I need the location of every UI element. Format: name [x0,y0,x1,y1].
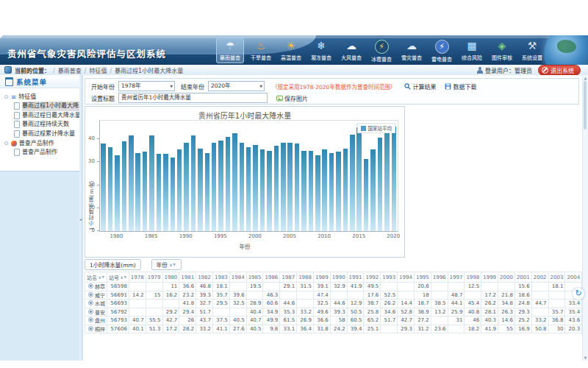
year-header[interactable]: 1997 [448,272,465,283]
value-cell: 18.7 [414,300,431,308]
year-header[interactable]: 1992 [364,272,381,283]
expander-icon[interactable]: ⊙ [4,92,9,102]
station-id-cell: 56691 [107,291,129,300]
sidebar-item[interactable]: 暴雨过程日最大降水量 [14,111,79,121]
splitter-collapse-icon[interactable]: ◂ [79,216,82,222]
station-radio-icon[interactable] [88,283,93,289]
scroll-up-icon[interactable]: ▲ [583,76,588,80]
breadcrumb-separator: / [85,68,87,74]
nav-item-rainstorm[interactable]: ☂暴雨普查 [216,38,244,63]
year-header[interactable]: 1988 [297,272,314,283]
year-header[interactable]: 2003 [548,272,565,283]
sidebar-item[interactable]: 暴雨过程累计降水量 [14,130,79,139]
breadcrumb-part[interactable]: 特征值 [89,68,107,74]
nav-item-map-review[interactable]: ◈图件审核 [489,38,515,63]
year-header[interactable]: 1990 [330,272,347,283]
year-header[interactable]: 1996 [431,272,448,283]
end-year-select[interactable]: 2020年 [208,81,265,91]
year-header[interactable]: 1995 [414,272,431,283]
measure-header[interactable]: 1小时降水量(mm) [85,259,141,270]
year-header[interactable]: 1991 [347,272,364,283]
chart-bar [143,152,148,231]
year-header[interactable]: 1982 [196,272,213,283]
station-radio-icon[interactable] [88,300,93,305]
sort-icons[interactable]: ▲▼ [98,275,105,279]
value-cell [531,291,548,300]
year-header[interactable]: 1999 [481,272,498,283]
value-cell [162,300,179,308]
start-year-select[interactable]: 1978年 [118,81,175,91]
year-header[interactable]: 1978 [129,272,146,283]
year-header[interactable]: 2001 [514,272,531,283]
value-cell: 55.5 [146,316,162,325]
value-cell: 50.8 [531,325,548,333]
year-header[interactable]: 2004 [565,272,582,283]
year-header[interactable]: 2002 [531,272,548,283]
year-header[interactable]: 1987 [280,272,297,283]
scrollbar-thumb[interactable] [584,81,587,130]
globe-image [544,35,588,65]
sort-icons[interactable]: ▲▼ [121,275,127,279]
logout-button[interactable]: 退出系统 [538,65,581,76]
chart-bar [253,145,258,231]
nav-item-freeze[interactable]: ❄凝冻普查 [308,38,334,63]
year-header[interactable]: 1985 [246,272,263,283]
chart-bar-slot [176,121,182,231]
station-id-header[interactable]: 站号▲▼ [107,272,129,283]
expander-icon[interactable]: ⊙ [4,138,9,148]
year-header[interactable]: 1986 [263,272,280,283]
chart-bar-slot [307,121,314,231]
floating-refresh-icon[interactable]: ↻ [573,288,584,300]
station-radio-icon[interactable] [88,326,93,331]
nav-item-comprehensive-risk[interactable]: ▦综合风险 [459,38,485,63]
year-header[interactable]: 1989 [313,272,330,283]
nav-item-lightning[interactable]: ⚡雷电普查 [429,38,455,63]
year-header[interactable]: 1983 [212,272,229,283]
station-name-header[interactable]: 站名▲▼ [85,272,107,283]
value-cell [347,291,364,300]
year-header[interactable]: 1980 [162,272,179,283]
tree-group-2[interactable]: ⊙普查产品制作 [4,138,79,148]
value-cell: 23.2 [179,291,196,300]
year-header[interactable]: 1979 [146,272,162,283]
station-radio-icon[interactable] [88,309,93,314]
chart-bar-slot [148,121,155,231]
document-icon [14,102,20,110]
table-row: 普安5679229.229.451.740.434.935.333.249.63… [85,308,588,316]
chart-legend: 国家站平均 [357,123,396,133]
vertical-scrollbar[interactable]: ▲ ▼ [582,75,588,361]
sidebar-item[interactable]: 暴雨过程1小时最大降水量 [14,102,79,111]
year-header[interactable]: 1984 [229,272,246,283]
nav-item-snow[interactable]: ☁雪灾普查 [398,38,425,63]
station-radio-icon[interactable] [88,292,93,297]
sidebar-item[interactable]: 普查产品制作 [14,148,79,158]
sort-icons[interactable]: ▲▼ [170,263,176,266]
nav-item-drought[interactable]: ♨干旱普查 [248,38,274,63]
chart-title-input[interactable]: 贵州省历年1小时最大降水量 [118,93,268,103]
value-cell: 43.6 [565,316,582,325]
nav-item-system-settings[interactable]: ⚒系统设置 [519,38,545,63]
chart-x-axis-label: 年份 [85,242,404,250]
station-radio-icon[interactable] [88,317,93,322]
scroll-down-icon[interactable]: ▼ [583,355,588,360]
save-image-button[interactable]: 保存图片 [276,94,308,102]
nav-item-high-temp[interactable]: ☀高温普查 [278,38,304,63]
chart-bar-slot [224,121,231,231]
value-cell: 27.6 [229,325,246,333]
calculate-button[interactable]: 计算结果 [404,82,436,91]
sidebar-item[interactable]: 暴雨过程持续天数 [14,120,79,130]
year-header[interactable]: 1994 [398,272,415,283]
value-cell: 25.1 [364,325,381,333]
year-header[interactable]: 2000 [498,272,515,283]
nav-item-hail[interactable]: ⚡冰雹普查 [368,38,395,63]
chart-bar [246,147,251,231]
data-download-button[interactable]: 数据下载 [445,82,476,91]
breadcrumb-part[interactable]: 暴雨普查 [58,68,82,74]
year-header[interactable]: 1993 [381,272,398,283]
breadcrumb-part[interactable]: 暴雨过程1小时最大降水量 [115,68,183,74]
year-group-header[interactable]: 年份▲▼ [151,259,182,270]
tree-group-1[interactable]: ⊙≡特征值 [4,92,79,102]
nav-item-gale[interactable]: ☁大风普查 [338,38,365,63]
year-header[interactable]: 1981 [179,272,196,283]
year-header[interactable]: 1998 [465,272,481,283]
